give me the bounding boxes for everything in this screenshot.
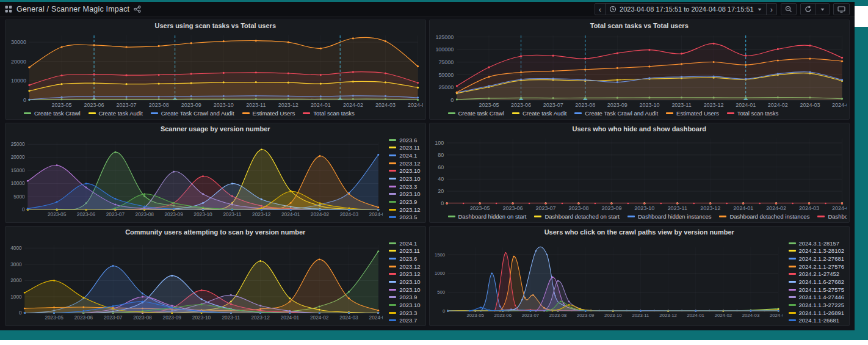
panel-title[interactable]: Users who click on the crawl paths view … [430, 227, 850, 238]
chart-canvas[interactable]: 010002000300040002023-052023-062023-0720… [8, 238, 383, 324]
legend-item[interactable]: Estimated Users [242, 109, 295, 117]
refresh-interval-dropdown[interactable] [816, 4, 829, 15]
legend-item[interactable]: 2023.9 [389, 293, 420, 301]
legend-item[interactable]: 2023.10 [389, 278, 420, 286]
legend-item[interactable]: 2024.2.1.3-28102 [789, 247, 844, 255]
legend-item[interactable]: Create task Crawl [24, 109, 81, 117]
legend-item[interactable]: 2023.10 [389, 175, 420, 183]
chart-canvas[interactable]: 02500050000750001000001250002023-052023-… [432, 31, 847, 109]
legend-item[interactable]: Create Task Crawl and Audit [151, 109, 234, 117]
legend-label: Dashboard hidden on start [458, 213, 527, 220]
legend-item[interactable]: Dashboard detached on start [534, 212, 620, 220]
legend-swatch [719, 216, 726, 217]
legend-item[interactable]: 2023.3 [389, 183, 420, 191]
legend-item[interactable]: Create task Audit [512, 109, 566, 117]
legend-item[interactable]: Dashboard hidden instances [627, 212, 711, 220]
time-shift-forward-button[interactable]: › [766, 4, 776, 15]
legend-item[interactable]: 2023.12 [389, 271, 420, 278]
legend-item[interactable]: 2024.2.1.2-27681 [789, 255, 844, 263]
chart-canvas[interactable]: 01000020000300002023-052023-062023-07202… [8, 31, 423, 109]
legend-swatch [389, 186, 396, 187]
time-shift-back-button[interactable]: ‹ [595, 4, 605, 15]
legend-label: Create Task Crawl and Audit [585, 110, 658, 117]
time-range-group: ‹ 2023-04-08 17:15:51 to 2024-04-08 17:1… [595, 3, 777, 15]
chart-canvas[interactable]: 05000100001500020000250002023-052023-062… [8, 134, 383, 221]
legend-item[interactable]: 2023.11 [389, 144, 420, 152]
legend-item[interactable]: 2023.10 [389, 167, 420, 175]
svg-text:2023-05: 2023-05 [52, 102, 72, 108]
time-range-picker[interactable]: 2023-04-08 17:15:51 to 2024-04-08 17:15:… [605, 4, 766, 15]
legend-item[interactable]: 2023.6 [389, 136, 420, 144]
breadcrumb[interactable]: General / Scanner Magic Impact [16, 5, 129, 13]
svg-text:2023-09: 2023-09 [163, 314, 182, 321]
legend-item[interactable]: Total scan tasks [727, 109, 779, 117]
refresh-button[interactable] [801, 4, 816, 15]
legend-item[interactable]: 2024.1.1.3-27225 [789, 301, 844, 309]
legend-item[interactable]: Dashboard detached instances [719, 212, 809, 220]
legend-label: 2023.12 [399, 271, 420, 277]
legend-item[interactable]: 2023.6 [389, 255, 420, 263]
legend-label: 2023.3 [399, 310, 417, 316]
chart-canvas[interactable]: 0500100015002023-052023-062023-072023-08… [432, 238, 783, 324]
legend-item[interactable]: Create task Audit [89, 109, 143, 117]
panel-title[interactable]: Users who who hide and show dashboard [430, 123, 850, 134]
svg-text:2000: 2000 [10, 277, 22, 283]
svg-text:25000: 25000 [438, 84, 454, 90]
panel-title[interactable]: Community users attempting to scan by ve… [5, 227, 425, 238]
legend-swatch [789, 304, 796, 306]
zoom-out-button[interactable] [781, 4, 796, 15]
legend-item[interactable]: Create task Crawl [448, 109, 505, 117]
chart-canvas[interactable]: 0204060801002023-052023-062023-072023-08… [432, 134, 847, 212]
legend-swatch [789, 281, 796, 283]
legend-item[interactable]: 2024.2.1-27452 [789, 271, 844, 278]
legend-item[interactable]: Dashboard hidden on start [448, 212, 527, 220]
legend-label: 2024.1.1-26681 [799, 317, 840, 324]
legend-item[interactable]: Total scan tasks [303, 109, 355, 117]
legend-label: 2023.12 [399, 206, 420, 213]
share-icon[interactable] [134, 5, 141, 13]
legend-swatch [389, 154, 396, 156]
legend-item[interactable]: 2023.12 [389, 206, 420, 214]
legend-item[interactable]: 2023.12 [389, 263, 420, 271]
legend-item[interactable]: 2023.10 [389, 301, 420, 309]
legend-item[interactable]: 2024.1.1.1-26891 [789, 309, 844, 317]
legend-item[interactable]: 2024.1.1.6-27682 [789, 278, 844, 286]
apps-grid-icon[interactable] [5, 5, 12, 13]
legend-item[interactable]: Create Task Crawl and Audit [574, 109, 658, 117]
svg-text:2023-10: 2023-10 [214, 102, 234, 108]
legend-item[interactable]: 2023.5 [389, 213, 420, 221]
svg-text:125000: 125000 [435, 34, 454, 40]
legend-item[interactable]: 2024.1.1.4-27446 [789, 293, 844, 301]
legend-item[interactable]: 2024.1 [389, 151, 420, 159]
panel-title[interactable]: Users using scan tasks vs Total users [5, 20, 425, 31]
legend-item[interactable]: 2023.9 [389, 198, 420, 206]
legend-item[interactable]: 2024.3.1-28157 [789, 239, 844, 247]
legend-item[interactable]: 2023.7 [389, 316, 420, 324]
legend-label: 2024.2.1.3-28102 [799, 247, 844, 254]
legend-item[interactable]: 2023.12 [389, 159, 420, 167]
svg-text:2023-08: 2023-08 [149, 102, 169, 108]
legend-item[interactable]: 2023.3 [389, 309, 420, 317]
kiosk-mode-button[interactable] [834, 4, 849, 15]
svg-text:2023-11: 2023-11 [632, 313, 649, 318]
legend-item[interactable]: Dashboard reattached instances [817, 212, 847, 220]
legend-item[interactable]: 2024.1 [389, 239, 420, 247]
legend-item[interactable]: 2023.10 [389, 286, 420, 294]
legend-item[interactable]: Estimated Users [666, 109, 719, 117]
legend-label: 2023.9 [399, 198, 417, 205]
svg-text:2023-12: 2023-12 [252, 211, 271, 217]
svg-text:2024-03: 2024-03 [799, 205, 819, 211]
svg-text:25000: 25000 [11, 141, 25, 147]
panel-title[interactable]: Scanner usage by version number [5, 123, 425, 134]
legend-item[interactable]: 2024.2.1.1-27576 [789, 263, 844, 271]
legend-item[interactable]: 2023.11 [389, 247, 420, 255]
refresh-icon [805, 5, 812, 13]
legend-label: 2024.1.1.1-26891 [799, 310, 844, 316]
svg-text:20000: 20000 [11, 154, 25, 160]
legend-item[interactable]: 2024.1.1.5-27575 [789, 286, 844, 294]
panel-title[interactable]: Total scan tasks vs Total users [430, 20, 850, 31]
legend-item[interactable]: 2024.1.1-26681 [789, 316, 844, 324]
legend-swatch [389, 258, 396, 260]
panel-hide-show-dashboard: Users who who hide and show dashboard 02… [429, 123, 850, 223]
legend-item[interactable]: 2023.10 [389, 190, 420, 198]
